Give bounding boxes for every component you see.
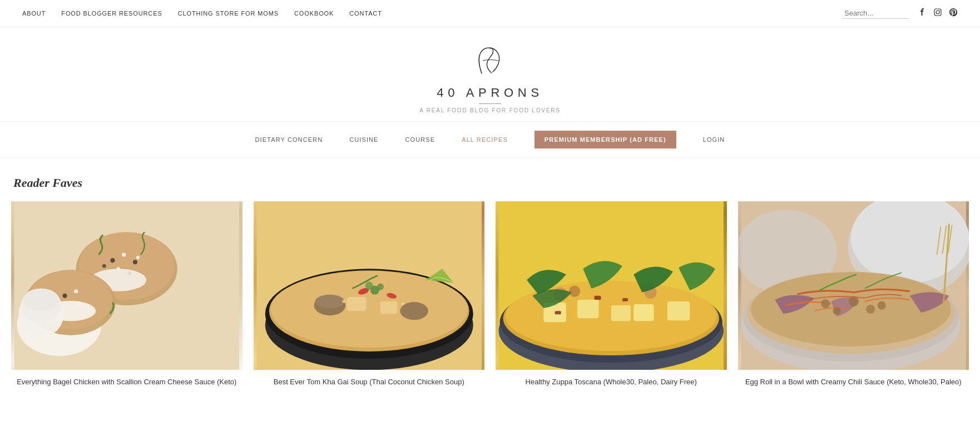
recipe-image-egg-roll <box>738 201 969 370</box>
recipe-card-egg-roll[interactable]: Egg Roll in a Bowl with Creamy Chili Sau… <box>738 201 969 388</box>
svg-rect-51 <box>611 305 631 321</box>
svg-point-8 <box>122 253 126 257</box>
svg-rect-49 <box>633 304 654 321</box>
svg-point-1 <box>936 11 939 14</box>
svg-point-39 <box>377 284 383 290</box>
svg-point-69 <box>833 307 840 315</box>
logo-area: 40 APRONS A REAL FOOD BLOG FOR FOOD LOVE… <box>0 27 980 122</box>
recipe-image-bagel-chicken <box>11 201 242 370</box>
svg-rect-33 <box>347 297 366 311</box>
svg-rect-57 <box>555 311 561 314</box>
instagram-icon[interactable] <box>933 8 942 19</box>
top-nav-right <box>842 8 958 19</box>
recipe-card-bagel-chicken[interactable]: Everything Bagel Chicken with Scallion C… <box>11 201 242 388</box>
svg-point-32 <box>400 302 428 320</box>
svg-point-9 <box>133 260 137 264</box>
recipe-card-tom-kha[interactable]: Best Ever Tom Kha Gai Soup (Thai Coconut… <box>254 201 485 388</box>
svg-point-31 <box>315 295 344 308</box>
search-input[interactable] <box>842 8 909 19</box>
svg-point-7 <box>110 258 115 262</box>
recipe-grid: Everything Bagel Chicken with Scallion C… <box>9 201 971 388</box>
secondary-nav: DIETARY CONCERN CUISINE COURSE ALL RECIP… <box>0 122 980 158</box>
svg-rect-0 <box>934 9 941 16</box>
svg-rect-34 <box>380 301 397 314</box>
section-title: Reader Faves <box>9 176 971 190</box>
logo-divider <box>479 103 501 104</box>
svg-point-2 <box>939 10 941 11</box>
svg-point-53 <box>569 286 580 297</box>
nav-clothing[interactable]: CLOTHING STORE FOR MOMS <box>178 10 279 17</box>
svg-point-66 <box>821 299 830 308</box>
nav-login[interactable]: LOGIN <box>703 136 725 143</box>
svg-point-17 <box>62 294 67 298</box>
nav-dietary[interactable]: DIETARY CONCERN <box>255 136 323 143</box>
svg-point-41 <box>401 302 404 305</box>
svg-rect-50 <box>667 301 690 320</box>
recipe-image-zuppa <box>496 201 727 370</box>
nav-about[interactable]: ABOUT <box>22 10 46 17</box>
logo-name: 40 APRONS <box>11 86 969 100</box>
logo-tagline: A REAL FOOD BLOG FOR FOOD LOVERS <box>11 107 969 113</box>
recipe-title-zuppa: Healthy Zuppa Toscana (Whole30, Paleo, D… <box>496 377 727 388</box>
svg-point-38 <box>365 282 373 290</box>
svg-point-13 <box>102 264 106 268</box>
nav-cookbook[interactable]: COOKBOOK <box>294 10 334 17</box>
svg-rect-48 <box>577 300 598 318</box>
svg-point-24 <box>23 289 60 311</box>
svg-point-18 <box>74 289 78 293</box>
recipe-title-tom-kha: Best Ever Tom Kha Gai Soup (Thai Coconut… <box>254 377 485 388</box>
nav-cuisine[interactable]: CUISINE <box>349 136 378 143</box>
premium-membership-button[interactable]: PREMIUM MEMBERSHIP (AD FREE) <box>534 131 676 148</box>
top-nav-links: ABOUT FOOD BLOGGER RESOURCES CLOTHING ST… <box>22 10 382 17</box>
svg-point-40 <box>342 300 345 303</box>
pinterest-icon[interactable] <box>949 8 958 19</box>
main-content: Reader Faves <box>0 158 980 401</box>
svg-point-12 <box>136 256 140 259</box>
svg-point-70 <box>865 305 874 314</box>
top-nav: ABOUT FOOD BLOGGER RESOURCES CLOTHING ST… <box>0 0 980 27</box>
svg-rect-56 <box>622 298 628 301</box>
nav-all-recipes[interactable]: ALL RECIPES <box>462 136 508 143</box>
nav-course[interactable]: COURSE <box>405 136 435 143</box>
recipe-image-tom-kha <box>254 201 485 370</box>
nav-food-blogger[interactable]: FOOD BLOGGER RESOURCES <box>61 10 162 17</box>
svg-rect-55 <box>594 296 601 300</box>
social-icons <box>918 8 958 19</box>
recipe-title-bagel-chicken: Everything Bagel Chicken with Scallion C… <box>11 377 242 388</box>
svg-point-67 <box>848 296 858 306</box>
recipe-title-egg-roll: Egg Roll in a Bowl with Creamy Chili Sau… <box>738 377 969 388</box>
recipe-card-zuppa[interactable]: Healthy Zuppa Toscana (Whole30, Paleo, D… <box>496 201 727 388</box>
svg-point-68 <box>877 301 885 309</box>
logo-script <box>11 43 969 83</box>
nav-contact[interactable]: CONTACT <box>349 10 382 17</box>
facebook-icon[interactable] <box>918 8 927 19</box>
